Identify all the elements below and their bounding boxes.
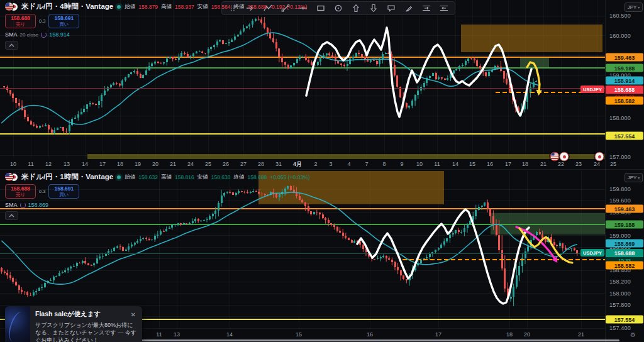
change-readout: +0.055 (+0.03%) [270, 174, 309, 180]
circle-icon[interactable] [331, 3, 345, 13]
price-scale-currency-top[interactable]: JPY ▾ [625, 3, 643, 12]
sell-label: 売り [6, 192, 35, 198]
ohlc-label: 安値 [197, 174, 208, 181]
indicator-params: 20 close [20, 32, 39, 38]
zone-layer [258, 171, 606, 234]
market-status-dot [117, 5, 121, 9]
panel-collapse-button[interactable] [5, 211, 18, 220]
arrow-up-icon[interactable] [349, 3, 363, 13]
time-axis-top[interactable] [0, 159, 605, 169]
ohlc-value: 158.879 [138, 4, 158, 10]
price-scale-settings-gear-icon[interactable]: ⚙ [630, 331, 636, 338]
symbol-header-bottom: 米ドル/円・1時間・Vantage 始値158.632 高値158.816 安値… [5, 172, 310, 220]
arrow-down-icon[interactable] [367, 3, 380, 13]
chevron-up-icon [9, 214, 14, 218]
rectangle-icon[interactable] [314, 3, 328, 13]
currency-label: JPY [628, 4, 637, 10]
buy-button[interactable]: 158.691 買い [48, 14, 79, 28]
indicator-loading-icon [41, 32, 47, 38]
symbol-pair-icon[interactable] [5, 173, 18, 182]
chevron-up-icon [9, 43, 14, 47]
symbol-price-tag: USDJPY [580, 86, 604, 93]
ohlc-readout: 始値158.632 高値158.816 安値158.630 終値158.688 … [125, 174, 309, 181]
ohlc-value: 158.937 [175, 4, 194, 10]
buy-button[interactable]: 158.691 買い [48, 184, 79, 199]
indicator-row-sma[interactable]: SMA 158.869 [5, 202, 310, 208]
ohlc-label: 高値 [161, 3, 172, 11]
ohlc-label: 安値 [197, 3, 208, 11]
ohlc-label: 終値 [233, 174, 244, 181]
buy-label: 買い [49, 22, 79, 28]
symbol-title[interactable]: 米ドル/円・1時間・Vantage [21, 172, 113, 182]
spread-value: 0.3 [39, 189, 45, 194]
ohlc-label: 終値 [233, 3, 244, 11]
promo-popup: Flash saleが使えます ✕ サブスクリプションが最大80%お得になる、ま… [5, 306, 142, 342]
forecast-down-icon[interactable] [437, 3, 451, 13]
ohlc-value: 158.632 [138, 174, 158, 180]
promo-image [5, 306, 30, 342]
change-readout: -0.192 (-0.12%) [270, 4, 307, 10]
market-status-dot [117, 175, 121, 179]
ohlc-readout: 始値158.879 高値158.937 安値158.564 終値158.688 … [125, 3, 307, 11]
symbol-title[interactable]: 米ドル/円・4時間・Vantage [21, 2, 113, 11]
currency-label: JPY [628, 175, 637, 180]
trading-platform: 160.500160.000159.000158.000157.000159.4… [0, 0, 644, 342]
ohlc-label: 始値 [125, 3, 135, 11]
sell-label: 売り [6, 22, 35, 28]
popup-body-text: サブスクリプションが最大80%お得になる、またとないチャンスです — 今すぐお申… [35, 321, 137, 342]
ohlc-value: 158.688 [247, 174, 267, 180]
ohlc-value: 158.564 [211, 4, 231, 10]
forecast-up-icon[interactable] [419, 3, 433, 13]
price-scale-currency-bottom[interactable]: JPY ▾ [625, 173, 643, 182]
indicator-name: SMA [5, 202, 18, 208]
spread-value: 0.3 [39, 18, 45, 24]
caret-down-icon: ▾ [638, 5, 640, 9]
indicator-row-sma[interactable]: SMA 20 close 158.914 [5, 31, 307, 38]
sell-button[interactable]: 158.688 売り [5, 184, 36, 199]
zone-layer [461, 25, 602, 67]
ohlc-value: 158.688 [247, 4, 267, 10]
symbol-header-top: 米ドル/円・4時間・Vantage 始値158.879 高値158.937 安値… [5, 2, 307, 50]
close-icon[interactable]: ✕ [130, 311, 137, 318]
callout-icon[interactable] [384, 3, 398, 13]
panel-collapse-button[interactable] [5, 41, 18, 50]
symbol-price-tag: USDJPY [580, 249, 604, 256]
caret-down-icon: ▾ [638, 175, 640, 180]
ohlc-label: 高値 [161, 174, 172, 181]
indicator-loading-icon [20, 202, 26, 208]
economic-events-bar [87, 154, 605, 159]
buy-label: 買い [49, 192, 79, 198]
panel-divider[interactable] [0, 169, 644, 170]
indicator-value: 158.914 [49, 31, 70, 38]
ohlc-label: 始値 [125, 174, 135, 181]
brush-icon[interactable] [402, 3, 416, 13]
price-scale[interactable] [605, 0, 644, 342]
chart-canvas[interactable] [0, 0, 644, 342]
ohlc-value: 158.816 [175, 174, 194, 180]
ohlc-value: 158.630 [211, 174, 231, 180]
symbol-pair-icon[interactable] [5, 3, 18, 11]
popup-title: Flash saleが使えます [35, 310, 101, 319]
indicator-name: SMA [5, 31, 18, 38]
price-level-lines[interactable] [0, 88, 605, 92]
sell-button[interactable]: 158.688 売り [5, 14, 36, 28]
indicator-value: 158.869 [28, 202, 49, 208]
